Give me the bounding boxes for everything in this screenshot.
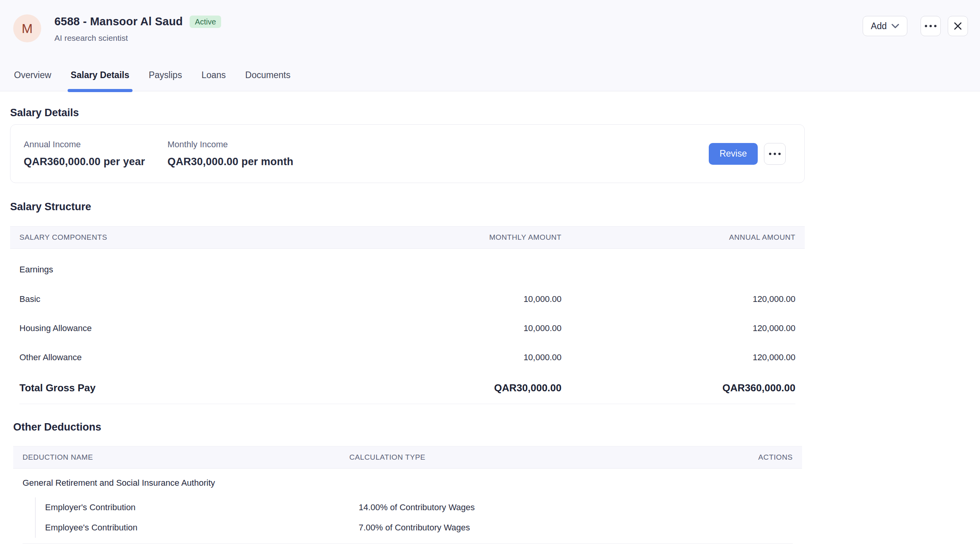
earnings-group-label: Earnings <box>19 265 330 275</box>
add-button-label: Add <box>871 21 887 31</box>
salary-details-panel: Salary Details Annual Income QAR360,000.… <box>0 91 980 544</box>
deduction-sub-rows: Employer's Contribution 14.00% of Contri… <box>35 497 793 538</box>
col-deduction-name: DEDUCTION NAME <box>23 453 349 462</box>
monthly-amount: 10,000.00 <box>330 294 561 304</box>
monthly-income-value: QAR30,000.00 per month <box>167 156 311 168</box>
component-name: Other Allowance <box>19 352 330 363</box>
salary-structure-rows: Earnings Basic 10,000.00 120,000.00 Hous… <box>10 255 805 404</box>
col-actions: ACTIONS <box>746 453 793 462</box>
annual-amount: 120,000.00 <box>561 352 795 363</box>
deduction-name: Employee's Contribution <box>45 523 359 533</box>
chevron-down-icon <box>891 24 899 28</box>
close-icon <box>954 22 962 30</box>
monthly-income-label: Monthly Income <box>167 140 311 150</box>
add-button[interactable]: Add <box>863 16 907 36</box>
list-item: Employer's Contribution 14.00% of Contri… <box>36 497 793 518</box>
table-row: Basic 10,000.00 120,000.00 <box>10 284 805 314</box>
tab-documents[interactable]: Documents <box>244 70 291 91</box>
calculation-type: 14.00% of Contributory Wages <box>359 502 755 513</box>
tab-overview[interactable]: Overview <box>13 70 52 91</box>
earnings-group-row: Earnings <box>10 255 805 284</box>
revise-button[interactable]: Revise <box>709 143 758 165</box>
ellipsis-icon <box>769 153 781 155</box>
annual-amount: 120,000.00 <box>561 294 795 304</box>
component-name: Basic <box>19 294 330 304</box>
total-label: Total Gross Pay <box>19 382 330 394</box>
employee-header: M 6588 - Mansoor Al Saud Active AI resea… <box>0 0 980 91</box>
table-bottom-divider <box>23 543 793 544</box>
annual-amount: 120,000.00 <box>561 323 795 333</box>
salary-structure-table: SALARY COMPONENTS MONTHLY AMOUNT ANNUAL … <box>10 226 805 404</box>
col-annual-amount: ANNUAL AMOUNT <box>561 233 795 242</box>
name-block: 6588 - Mansoor Al Saud Active AI researc… <box>54 15 221 43</box>
deduction-group-row: General Retirement and Social Insurance … <box>13 469 802 497</box>
col-monthly-amount: MONTHLY AMOUNT <box>330 233 561 242</box>
avatar: M <box>13 14 41 42</box>
annual-income-field: Annual Income QAR360,000.00 per year <box>24 140 167 168</box>
ellipsis-icon <box>925 25 936 27</box>
monthly-amount: 10,000.00 <box>330 352 561 363</box>
total-annual: QAR360,000.00 <box>561 382 795 394</box>
header-actions: Add <box>863 14 968 36</box>
annual-income-label: Annual Income <box>24 140 167 150</box>
status-badge: Active <box>190 16 221 28</box>
other-deductions-heading: Other Deductions <box>13 421 980 433</box>
page-title: 6588 - Mansoor Al Saud <box>54 15 183 28</box>
annual-income-value: QAR360,000.00 per year <box>24 156 167 168</box>
total-monthly: QAR30,000.00 <box>330 382 561 394</box>
monthly-income-field: Monthly Income QAR30,000.00 per month <box>167 140 311 168</box>
employee-salary-screen: M 6588 - Mansoor Al Saud Active AI resea… <box>0 0 980 558</box>
table-bottom-divider <box>19 404 795 404</box>
col-salary-components: SALARY COMPONENTS <box>19 233 330 242</box>
deduction-name: Employer's Contribution <box>45 502 359 513</box>
header-more-button[interactable] <box>921 16 941 36</box>
monthly-amount: 10,000.00 <box>330 323 561 333</box>
component-name: Housing Allowance <box>19 323 330 333</box>
salary-structure-heading: Salary Structure <box>10 201 980 213</box>
deduction-group-label: General Retirement and Social Insurance … <box>23 478 349 488</box>
job-title: AI research scientist <box>54 33 221 43</box>
calculation-type: 7.00% of Contributory Wages <box>359 523 755 533</box>
list-item: Employee's Contribution 7.00% of Contrib… <box>36 518 793 538</box>
table-row: Housing Allowance 10,000.00 120,000.00 <box>10 314 805 343</box>
avatar-initial: M <box>22 21 33 36</box>
close-button[interactable] <box>948 16 968 36</box>
income-more-button[interactable] <box>764 143 786 165</box>
other-deductions-table: DEDUCTION NAME CALCULATION TYPE ACTIONS … <box>13 446 802 544</box>
total-gross-pay-row: Total Gross Pay QAR30,000.00 QAR360,000.… <box>10 372 805 404</box>
table-row: Other Allowance 10,000.00 120,000.00 <box>10 343 805 372</box>
tab-bar: Overview Salary Details Payslips Loans D… <box>13 70 291 91</box>
tab-salary-details[interactable]: Salary Details <box>70 70 130 91</box>
other-deductions-table-header: DEDUCTION NAME CALCULATION TYPE ACTIONS <box>13 446 802 469</box>
tab-payslips[interactable]: Payslips <box>148 70 183 91</box>
profile-row: M 6588 - Mansoor Al Saud Active AI resea… <box>13 0 968 43</box>
tab-loans[interactable]: Loans <box>201 70 227 91</box>
col-calculation-type: CALCULATION TYPE <box>349 453 746 462</box>
salary-structure-table-header: SALARY COMPONENTS MONTHLY AMOUNT ANNUAL … <box>10 226 805 249</box>
income-summary-card: Annual Income QAR360,000.00 per year Mon… <box>10 124 805 183</box>
income-card-actions: Revise <box>709 143 786 165</box>
salary-details-heading: Salary Details <box>10 91 980 119</box>
